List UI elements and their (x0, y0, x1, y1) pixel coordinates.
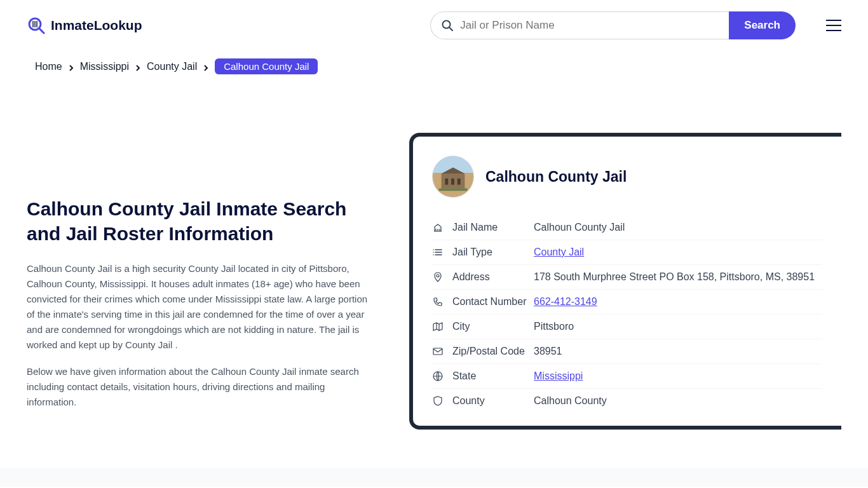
globe-icon (432, 370, 444, 382)
info-row-address: Address 178 South Murphree Street PO Box… (432, 265, 822, 290)
jail-avatar (432, 156, 474, 198)
card-title: Calhoun County Jail (485, 168, 627, 186)
hamburger-menu[interactable] (826, 20, 841, 31)
info-label: State (452, 370, 534, 382)
paragraph-1: Calhoun County Jail is a high security C… (27, 261, 371, 353)
logo[interactable]: InmateLookup (27, 16, 142, 35)
list-icon (432, 247, 444, 258)
info-value: Calhoun County Jail (534, 222, 625, 233)
header: InmateLookup Search (0, 0, 868, 51)
search-input[interactable] (460, 19, 719, 32)
info-table: Jail Name Calhoun County Jail Jail Type … (432, 215, 822, 413)
header-right: Search (430, 11, 841, 39)
contact-link[interactable]: 662-412-3149 (534, 296, 597, 308)
info-row-zip: Zip/Postal Code 38951 (432, 339, 822, 364)
info-row-jail-type: Jail Type County Jail (432, 240, 822, 265)
hamburger-line (826, 20, 841, 21)
svg-rect-14 (433, 348, 442, 355)
info-value: 38951 (534, 346, 562, 357)
card-header: Calhoun County Jail (432, 156, 822, 198)
info-label: Contact Number (452, 296, 534, 308)
svg-point-13 (437, 274, 439, 277)
info-label: Zip/Postal Code (452, 346, 534, 357)
svg-marker-8 (442, 167, 465, 173)
breadcrumb-home[interactable]: Home (35, 61, 62, 72)
chevron-right-icon (202, 63, 210, 71)
info-value: Calhoun County (534, 395, 607, 407)
info-label: Address (452, 271, 534, 283)
svg-line-1 (39, 29, 44, 33)
search-box (430, 11, 729, 39)
info-row-contact: Contact Number 662-412-3149 (432, 290, 822, 315)
info-row-state: State Mississippi (432, 364, 822, 389)
svg-line-6 (449, 27, 452, 30)
chevron-right-icon (134, 63, 142, 71)
search-wrapper: Search (430, 11, 796, 39)
breadcrumb-state[interactable]: Mississippi (80, 61, 129, 72)
info-row-city: City Pittsboro (432, 315, 822, 339)
building-icon (432, 222, 444, 233)
shield-icon (432, 395, 444, 407)
state-link[interactable]: Mississippi (534, 370, 583, 382)
footer-space (0, 468, 868, 487)
breadcrumb-current: Calhoun County Jail (215, 58, 318, 74)
info-label: City (452, 321, 534, 332)
info-value: Pittsboro (534, 321, 574, 332)
logo-text: InmateLookup (51, 18, 142, 33)
search-button[interactable]: Search (729, 11, 796, 39)
hamburger-line (826, 30, 841, 31)
jail-type-link[interactable]: County Jail (534, 247, 584, 258)
info-value: 178 South Murphree Street PO Box 158, Pi… (534, 271, 815, 283)
info-row-county: County Calhoun County (432, 389, 822, 413)
hamburger-line (826, 25, 841, 26)
svg-rect-12 (439, 188, 468, 191)
paragraph-2: Below we have given information about th… (27, 364, 371, 410)
info-label: Jail Type (452, 247, 534, 258)
chevron-right-icon (67, 63, 75, 71)
left-content: Calhoun County Jail Inmate Search and Ja… (27, 107, 371, 421)
map-icon (432, 321, 444, 332)
info-card: Calhoun County Jail Jail Name Calhoun Co… (409, 133, 841, 430)
svg-rect-10 (451, 179, 454, 185)
search-icon (441, 19, 454, 32)
page-title: Calhoun County Jail Inmate Search and Ja… (27, 196, 371, 246)
svg-rect-9 (445, 179, 448, 185)
breadcrumb-type[interactable]: County Jail (147, 61, 197, 72)
info-label: County (452, 395, 534, 407)
info-row-jail-name: Jail Name Calhoun County Jail (432, 215, 822, 240)
phone-icon (432, 296, 444, 308)
location-icon (432, 271, 444, 283)
info-label: Jail Name (452, 222, 534, 233)
search-people-icon (27, 16, 46, 35)
main-content: Calhoun County Jail Inmate Search and Ja… (0, 82, 868, 468)
breadcrumb: Home Mississippi County Jail Calhoun Cou… (0, 51, 868, 82)
svg-rect-11 (458, 179, 461, 185)
mail-icon (432, 346, 444, 357)
